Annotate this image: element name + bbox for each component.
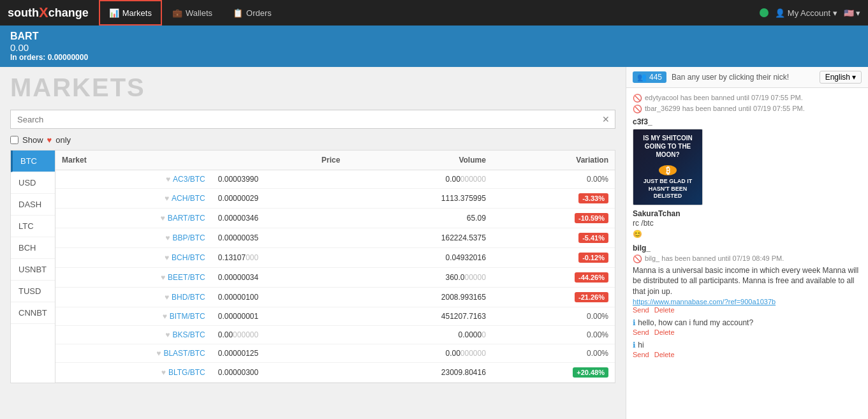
nav-orders[interactable]: 📋 Orders [223,0,282,26]
market-link[interactable]: AC3/BTC [173,175,205,184]
market-link[interactable]: BKS/BTC [172,330,205,339]
nav-wallets[interactable]: 💼 Wallets [162,0,223,26]
fav-heart[interactable]: ♥ [161,368,166,377]
market-link[interactable]: BLTG/BTC [168,368,205,377]
ban-icon-2: 🚫 [633,105,642,114]
users-icon: 👥 [637,73,647,82]
market-cell: ♥BKS/BTC [55,326,212,344]
chat-link-bilg[interactable]: https://www.mannabase.com/?ref=900a1037b [633,298,776,305]
market-link[interactable]: BEET/BTC [168,273,205,282]
market-link[interactable]: ACH/BTC [172,194,205,203]
fav-heart[interactable]: ♥ [165,194,169,203]
brand-x: X [39,4,48,21]
navbar: southXchange 📊 Markets 💼 Wallets 📋 Order… [0,0,868,26]
brand-logo[interactable]: southXchange [8,4,89,21]
volume-cell: 162224.5375 [346,228,492,248]
col-price: Price [212,151,347,170]
chat-messages[interactable]: 🚫 edytyacool has been banned until 07/19… [626,88,868,419]
volume-cell: 451207.7163 [346,307,492,326]
main-layout: MARKETS ✕ Show ♥ only BTC USD DASH LTC B… [0,67,868,419]
tab-cnnbt[interactable]: CNNBT [11,302,55,324]
col-market: Market [55,151,212,170]
language-button[interactable]: 🇺🇸 ▾ [844,8,860,18]
table-row: ♥BITM/BTC0.00000001451207.71630.00% [55,307,615,326]
market-link[interactable]: BHD/BTC [172,293,205,302]
volume-cell: 23009.80416 [346,363,492,383]
volume-cell: 0.00000 [346,326,492,344]
account-chevron-icon: ▾ [833,8,837,18]
fav-heart[interactable]: ♥ [166,175,170,184]
chat-delete-bilg[interactable]: Delete [654,306,675,314]
flag-icon: 🇺🇸 [844,8,854,18]
chat-send-hi[interactable]: Send [633,351,649,358]
fav-heart[interactable]: ♥ [165,233,170,242]
fav-heart[interactable]: ♥ [163,312,167,321]
chat-send-hello[interactable]: Send [633,328,649,336]
price-cell: 0.00000035 [212,228,347,248]
market-cell: ♥BLTG/BTC [55,363,212,383]
chat-delete-hi[interactable]: Delete [654,351,675,358]
variation-neutral: 0.00% [587,312,608,321]
chat-message-sakura: SakuraTchan rc /btc 😊 [633,209,862,240]
variation-badge-neg: -0.12% [578,253,608,263]
tab-usd[interactable]: USD [11,172,55,194]
chat-username-sakura[interactable]: SakuraTchan [633,209,862,218]
chat-panel: 👥 445 Ban any user by clicking their nic… [626,67,868,419]
chat-username-c3f3[interactable]: c3f3_ [633,117,862,126]
fav-heart[interactable]: ♥ [165,330,170,339]
chat-header: 👥 445 Ban any user by clicking their nic… [626,67,868,88]
ban-notice-text-bilg: bilg_ has been banned until 07/19 08:49 … [645,254,784,262]
fav-heart[interactable]: ♥ [165,293,169,302]
coin-name: BART [10,31,858,42]
fav-heart[interactable]: ♥ [161,273,165,282]
market-link[interactable]: BITM/BTC [170,312,205,321]
chat-image-c3f3: IS MY SHITCOIN GOING TO THE MOON? ₿ JUST… [633,129,703,205]
chat-delete-hello[interactable]: Delete [654,328,675,336]
variation-cell: -5.41% [492,228,615,248]
chat-message-hi: ℹ hi Send Delete [633,340,862,358]
chat-language-button[interactable]: English ▾ [820,71,862,84]
fav-heart[interactable]: ♥ [161,214,165,223]
search-input[interactable] [11,111,597,128]
ban-icon-1: 🚫 [633,94,642,103]
tab-btc[interactable]: BTC [11,151,55,172]
variation-badge-neg: -21.26% [575,292,608,302]
market-link[interactable]: BLAST/BTC [163,349,205,358]
price-cell: 0.00000100 [212,288,347,307]
variation-cell: -44.26% [492,268,615,288]
tab-usnbt[interactable]: USNBT [11,259,55,281]
tab-tusd[interactable]: TUSD [11,281,55,302]
tab-bch[interactable]: BCH [11,237,55,259]
nav-right: 👤 My Account ▾ 🇺🇸 ▾ [760,8,860,18]
market-link[interactable]: BART/BTC [168,214,205,223]
table-row: ♥BCH/BTC0.131070000.04932016-0.12% [55,248,615,268]
chat-send-bilg[interactable]: Send [633,306,649,314]
market-link[interactable]: BCH/BTC [172,253,205,262]
fav-only-label: only [55,135,71,145]
variation-badge-neg: -3.33% [578,193,608,203]
tab-dash[interactable]: DASH [11,194,55,216]
chat-username-bilg[interactable]: bilg_ [633,244,862,253]
fav-heart[interactable]: ♥ [156,349,161,358]
my-account-button[interactable]: 👤 My Account ▾ [775,8,837,18]
chat-text-sakura: rc /btc [633,218,862,229]
nav-markets[interactable]: 📊 Markets [99,0,162,26]
heart-icon: ♥ [47,135,52,145]
tab-ltc[interactable]: LTC [11,216,55,237]
fav-checkbox[interactable] [10,136,18,144]
chat-users-badge: 👥 445 [633,71,666,83]
market-cell: ♥BCH/BTC [55,248,212,268]
variation-neutral: 0.00% [587,330,608,339]
fav-heart[interactable]: ♥ [165,253,169,262]
market-tabs: BTC USD DASH LTC BCH USNBT TUSD CNNBT [11,151,55,383]
table-row: ♥BKS/BTC0.000000000.000000.00% [55,326,615,344]
chat-lang-label: English [825,73,850,82]
volume-cell: 0.04932016 [346,248,492,268]
ban-notice-text-2: tbar_36299 has been banned until 07/19 0… [645,105,805,112]
table-row: ♥BART/BTC0.0000034665.09-10.59% [55,209,615,228]
market-link[interactable]: BBP/BTC [172,233,205,242]
chat-actions-hi: Send Delete [633,351,862,358]
search-clear-button[interactable]: ✕ [597,110,615,128]
markets-inner: BTC USD DASH LTC BCH USNBT TUSD CNNBT Ma… [10,150,615,383]
market-cell: ♥BBP/BTC [55,228,212,248]
